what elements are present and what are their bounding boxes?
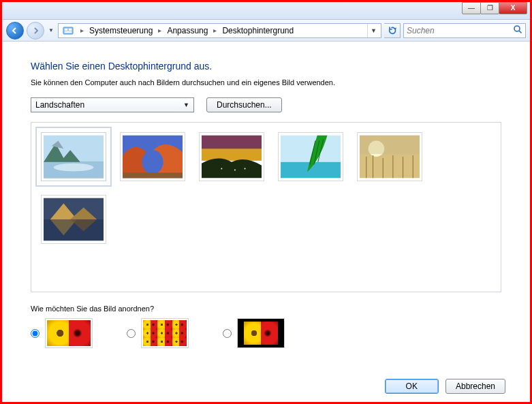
svg-point-12 xyxy=(142,150,163,174)
titlebar: — ❐ X xyxy=(2,2,530,20)
navigation-bar: ▼ ▸ Systemsteuerung ▸ Anpassung ▸ Deskto… xyxy=(2,20,530,42)
ok-button[interactable]: OK xyxy=(385,379,439,394)
category-dropdown-value: Landschaften xyxy=(35,100,84,110)
wallpaper-thumb-red-rock-arch[interactable] xyxy=(120,132,185,181)
thumbnail-row xyxy=(41,132,491,244)
arrange-option-tile[interactable] xyxy=(127,318,189,348)
chevron-down-icon: ▼ xyxy=(183,102,189,108)
breadcrumb-chevron[interactable]: ▸ xyxy=(209,27,221,34)
svg-rect-1 xyxy=(65,29,67,31)
arrange-question: Wie möchten Sie das Bild anordnen? xyxy=(31,305,501,313)
wallpaper-thumb-mountain-reflection[interactable] xyxy=(41,195,106,244)
svg-rect-3 xyxy=(65,31,72,33)
search-icon[interactable] xyxy=(513,25,522,36)
maximize-button[interactable]: ❐ xyxy=(480,2,499,14)
thumbnail-area xyxy=(31,122,501,292)
breadcrumb-anpassung[interactable]: Anpassung xyxy=(166,26,209,35)
svg-point-4 xyxy=(514,26,520,31)
arrow-right-icon xyxy=(31,27,40,35)
category-dropdown[interactable]: Landschaften ▼ xyxy=(31,97,194,112)
controls-row: Landschaften ▼ Durchsuchen... xyxy=(31,97,501,112)
address-bar[interactable]: ▸ Systemsteuerung ▸ Anpassung ▸ Desktoph… xyxy=(58,23,381,38)
landscape-mountain-reflection-icon xyxy=(44,198,104,241)
svg-rect-15 xyxy=(202,149,262,161)
arrange-radio-fill[interactable] xyxy=(31,329,40,338)
search-input[interactable] xyxy=(407,26,513,35)
svg-point-16 xyxy=(221,168,222,170)
breadcrumb-desktophintergrund[interactable]: Desktophintergrund xyxy=(221,26,295,35)
address-dropdown[interactable]: ▼ xyxy=(367,24,379,37)
back-button[interactable] xyxy=(6,22,24,40)
landscape-red-rock-arch-icon xyxy=(123,135,183,178)
content-area: Wählen Sie einen Desktophintergrund aus.… xyxy=(2,42,530,355)
search-box[interactable] xyxy=(403,23,526,38)
svg-line-5 xyxy=(519,31,522,33)
breadcrumb-systemsteuerung[interactable]: Systemsteuerung xyxy=(88,26,154,35)
landscape-palm-leaf-ocean-icon xyxy=(281,135,341,178)
arrange-preview-center xyxy=(237,318,285,348)
arrange-option-fill[interactable] xyxy=(31,318,93,348)
arrange-radio-tile[interactable] xyxy=(127,329,136,338)
svg-point-10 xyxy=(54,164,94,172)
forward-button[interactable] xyxy=(27,22,44,40)
wallpaper-thumb-palm-leaf-ocean[interactable] xyxy=(278,132,343,181)
svg-rect-13 xyxy=(123,172,183,178)
landscape-sunset-hills-icon xyxy=(202,135,262,178)
minimize-button[interactable]: — xyxy=(462,2,481,14)
control-panel-icon xyxy=(63,25,74,36)
page-subtitle: Sie können den Computer auch nach Bilder… xyxy=(31,78,501,87)
window-controls: — ❐ X xyxy=(463,2,527,14)
wallpaper-thumb-lake-mountains[interactable] xyxy=(41,132,106,181)
arrow-left-icon xyxy=(11,27,19,35)
refresh-button[interactable] xyxy=(384,23,401,38)
footer-buttons: OK Abbrechen xyxy=(385,379,505,394)
close-button[interactable]: X xyxy=(499,2,527,14)
arrange-preview-tile xyxy=(141,318,189,348)
cancel-button[interactable]: Abbrechen xyxy=(445,379,505,394)
landscape-lake-mountains-icon xyxy=(44,135,104,178)
svg-point-18 xyxy=(245,168,246,170)
nav-history-dropdown[interactable]: ▼ xyxy=(47,22,55,40)
browse-button[interactable]: Durchsuchen... xyxy=(206,97,282,112)
svg-point-17 xyxy=(234,170,236,171)
svg-rect-26 xyxy=(360,136,420,154)
wallpaper-thumb-sunset-hills[interactable] xyxy=(199,132,264,181)
arrange-preview-fill xyxy=(45,318,93,348)
arrange-option-center[interactable] xyxy=(223,318,285,348)
wallpaper-thumb-wheat-sunrise[interactable] xyxy=(357,132,422,181)
breadcrumb-root-chevron[interactable]: ▸ xyxy=(76,27,88,34)
landscape-wheat-sunrise-icon xyxy=(360,135,420,178)
page-title: Wählen Sie einen Desktophintergrund aus. xyxy=(31,61,501,72)
window-frame: — ❐ X ▼ ▸ Systemsteuerung ▸ Anpassung ▸ … xyxy=(0,0,532,404)
arrange-radio-center[interactable] xyxy=(223,329,232,338)
arrange-options-row xyxy=(31,318,501,348)
refresh-icon xyxy=(388,26,397,35)
breadcrumb-chevron[interactable]: ▸ xyxy=(154,27,166,34)
svg-rect-2 xyxy=(69,29,72,31)
